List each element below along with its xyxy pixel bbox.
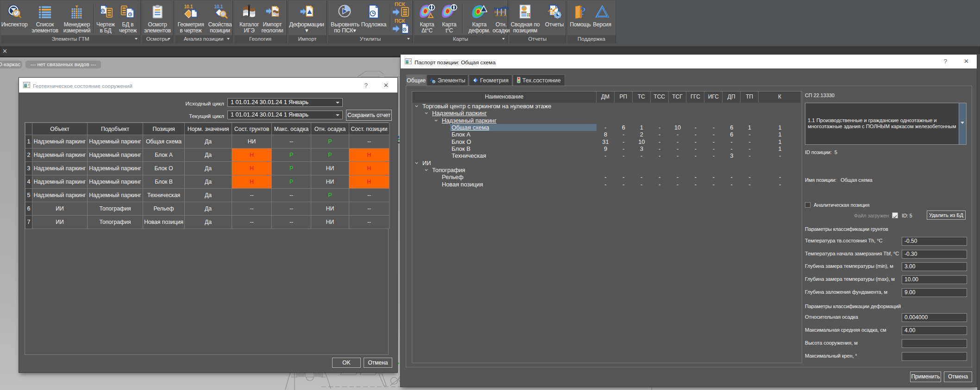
svg-text:10.1: 10.1 bbox=[214, 4, 223, 9]
svg-text:ПСК: ПСК bbox=[395, 1, 405, 7]
svg-text:?: ? bbox=[580, 5, 586, 18]
svg-text:20: 20 bbox=[502, 11, 504, 13]
svg-text:20: 20 bbox=[498, 11, 500, 13]
svg-text:10.1: 10.1 bbox=[184, 4, 193, 9]
svg-text:20: 20 bbox=[494, 11, 496, 13]
svg-text:ПСК: ПСК bbox=[395, 18, 405, 24]
